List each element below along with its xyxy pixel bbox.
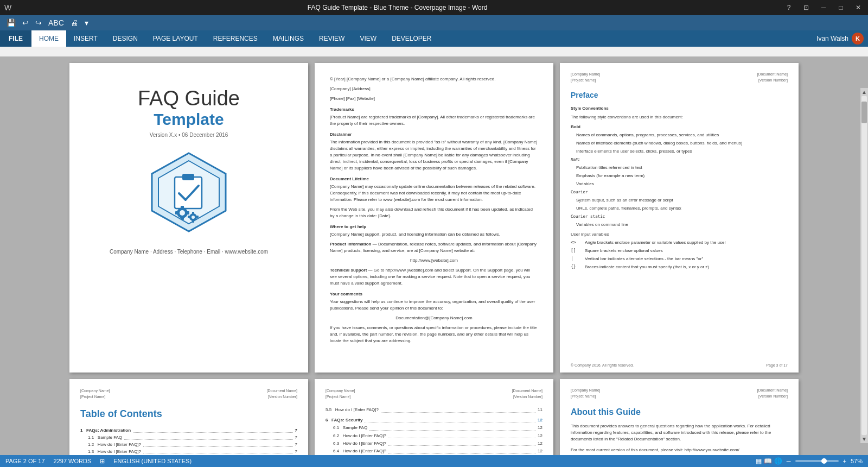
svg-rect-9: [187, 211, 189, 214]
web-layout-icon[interactable]: 🌐: [774, 457, 782, 465]
copyright-line2: [Company] [Address]: [330, 86, 538, 92]
read-mode-icon[interactable]: 📖: [764, 457, 772, 465]
faq-header-version: [Version Number]: [512, 394, 542, 400]
zoom-slider[interactable]: [795, 460, 839, 462]
symbol-angle: <> Angle brackets enclose parameter or v…: [571, 239, 788, 246]
copyright-line1: © [Year] [Company Name] or a [Company Na…: [330, 76, 538, 83]
status-icon-1: ⊞: [100, 458, 105, 465]
style-bold-2-desc: Names of interface elements (such window…: [576, 140, 788, 147]
faq-item-5-5: 5.5 How do I [Enter FAQ]? 11: [326, 406, 542, 414]
svg-rect-8: [175, 211, 178, 214]
trademarks-title: Trademarks: [330, 106, 538, 113]
help-title: Where to get help: [330, 224, 538, 230]
preface-header: [Company Name] [Project Name] [Document …: [571, 72, 788, 83]
svg-rect-6: [181, 206, 184, 209]
copyright-page: © [Year] [Company Name] or a [Company Na…: [315, 63, 553, 373]
print-layout-icon[interactable]: ▦: [756, 457, 762, 465]
disclaimer-title: Disclaimer: [330, 131, 538, 138]
window-controls[interactable]: ? ⊡ ─ □ ✕: [783, 2, 864, 13]
style-user-input: User input variables: [571, 231, 788, 238]
about-header: [Company Name] [Project Name] [Document …: [571, 388, 788, 399]
maximize-button[interactable]: □: [835, 2, 846, 13]
close-button[interactable]: ✕: [853, 2, 864, 13]
comments-text2: If you have issues, comments, or questio…: [330, 325, 538, 344]
disclaimer-text: The information provided in this documen…: [330, 139, 538, 172]
zoom-level: 57%: [851, 458, 863, 464]
redo-button[interactable]: ↪: [33, 17, 44, 28]
faq-header-project: [Project Name]: [326, 394, 355, 400]
document-title: FAQ Guide Template - Blue Theme - Coverp…: [11, 4, 783, 11]
svg-rect-13: [192, 220, 194, 223]
style-courier-2-desc: URLs, complete paths, filenames, prompts…: [576, 205, 788, 212]
style-courier: Courier: [571, 189, 788, 195]
minimize-button[interactable]: ─: [818, 2, 829, 13]
scroll-thumb[interactable]: [861, 102, 867, 123]
cover-icon: [145, 149, 232, 238]
tech-support-title: Technical support: [330, 268, 367, 273]
style-italic-1-desc: Publication titles referenced in text: [576, 165, 788, 171]
scroll-down-arrow[interactable]: ▼: [861, 436, 867, 442]
help-button[interactable]: ?: [783, 2, 794, 13]
vertical-scrollbar[interactable]: ▲ ▼: [860, 88, 868, 443]
save-quick-button[interactable]: 💾: [4, 17, 18, 28]
about-text1: This document provides answers to genera…: [571, 423, 788, 443]
cover-version: Version X.x • 06 December 2016: [150, 132, 228, 138]
tab-home[interactable]: HOME: [31, 30, 66, 47]
spelling-button[interactable]: ABC: [46, 17, 66, 28]
style-italic-2-desc: Emphasis (for example a new term): [576, 173, 788, 179]
scroll-up-arrow[interactable]: ▲: [861, 89, 867, 95]
zoom-out-icon[interactable]: ─: [787, 458, 791, 464]
tab-mailings[interactable]: MAILINGS: [265, 30, 311, 47]
about-page: [Company Name] [Project Name] [Document …: [560, 379, 799, 455]
about-header-version: [Version Number]: [757, 394, 788, 400]
cover-sub-title: Template: [154, 110, 224, 129]
title-bar: W FAQ Guide Template - Blue Theme - Cove…: [0, 0, 868, 15]
tab-developer[interactable]: DEVELOPER: [384, 30, 439, 47]
style-bold-3-desc: Interface elements the user selects, cli…: [576, 148, 788, 155]
word-icon: W: [4, 3, 11, 12]
pages-container: FAQ Guide Template Version X.x • 06 Dece…: [0, 56, 868, 455]
restore-button[interactable]: ⊡: [801, 2, 812, 13]
style-bold-1: Bold: [571, 124, 788, 130]
ribbon-tabs: FILE HOME INSERT DESIGN PAGE LAYOUT REFE…: [0, 30, 868, 47]
about-header-project: [Project Name]: [571, 394, 600, 400]
symbol-square: [] Square brackets enclose optional valu…: [571, 248, 788, 254]
style-bold-1-desc: Names of commands, options, programs, pr…: [576, 132, 788, 138]
quick-access-dropdown[interactable]: ▾: [82, 17, 91, 28]
preface-footer-copyright: © Company 2016. All rights reserved.: [571, 363, 634, 369]
svg-rect-14: [188, 216, 190, 218]
preface-footer: © Company 2016. All rights reserved. Pag…: [571, 363, 788, 369]
preface-header-project: [Project Name]: [571, 78, 600, 84]
doc-lifetime-text2: From the Web site, you may also download…: [330, 206, 538, 219]
tab-design[interactable]: DESIGN: [105, 30, 145, 47]
undo-button[interactable]: ↩: [20, 17, 31, 28]
ribbon: FILE HOME INSERT DESIGN PAGE LAYOUT REFE…: [0, 30, 868, 56]
tab-file[interactable]: FILE: [0, 30, 31, 47]
website-url: http://www.[website].com: [330, 257, 538, 264]
quick-access-toolbar: 💾 ↩ ↪ ABC 🖨 ▾: [0, 15, 868, 30]
cover-footer: Company Name · Address · Telephone · Ema…: [110, 249, 268, 255]
tab-review[interactable]: REVIEW: [311, 30, 352, 47]
tab-view[interactable]: VIEW: [352, 30, 384, 47]
about-title: About this Guide: [571, 406, 788, 419]
zoom-in-icon[interactable]: +: [843, 458, 846, 464]
comments-title: Your comments: [330, 291, 538, 298]
svg-rect-7: [181, 217, 184, 220]
style-courier-1-desc: System output, such as an error message …: [576, 197, 788, 204]
tab-insert[interactable]: INSERT: [66, 30, 105, 47]
view-icons: ▦ 📖 🌐: [756, 457, 782, 465]
cover-main-title: FAQ Guide: [138, 87, 240, 110]
tab-references[interactable]: REFERENCES: [206, 30, 265, 47]
status-bar: PAGE 2 OF 17 2297 WORDS ⊞ ENGLISH (UNITE…: [0, 455, 868, 467]
tab-page-layout[interactable]: PAGE LAYOUT: [145, 30, 206, 47]
hex-icon-svg: [145, 149, 232, 236]
user-name: Ivan Walsh: [816, 35, 848, 42]
comments-email: Documentation@[Company Name].com: [330, 315, 538, 321]
print-button[interactable]: 🖨: [68, 17, 80, 28]
title-bar-icons: W: [4, 3, 11, 12]
toc-header-doc: [Document Name]: [267, 388, 297, 394]
preface-header-version: [Version Number]: [757, 78, 788, 84]
comments-text1: Your suggestions will help us continue t…: [330, 299, 538, 312]
scroll-track[interactable]: [861, 96, 867, 435]
pages-row-1: FAQ Guide Template Version X.x • 06 Dece…: [69, 63, 799, 373]
